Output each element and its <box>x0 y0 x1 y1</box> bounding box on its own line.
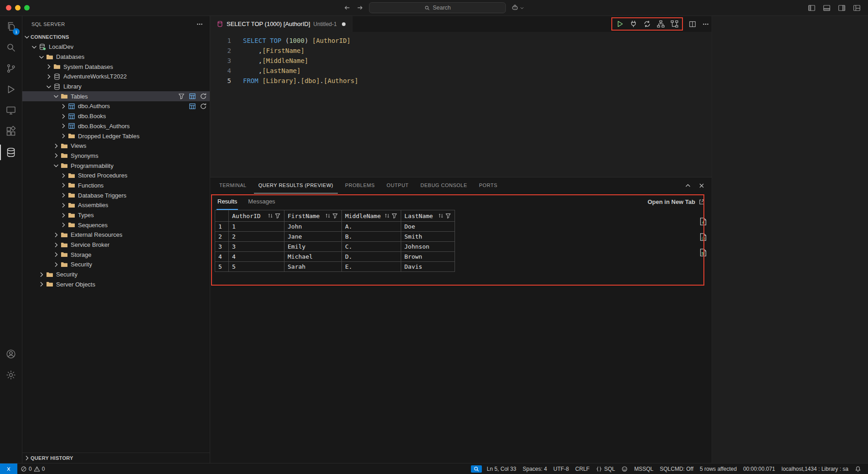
tree-item-databases[interactable]: Databases <box>22 52 210 62</box>
panel-tab-problems[interactable]: PROBLEMS <box>341 177 379 193</box>
activity-item-source-control[interactable] <box>0 58 22 79</box>
activity-item-sql-server[interactable] <box>0 142 22 163</box>
grid-cell[interactable]: 3 <box>229 242 284 252</box>
toggle-primary-sidebar-icon[interactable] <box>808 4 816 12</box>
tree-item-assemblies[interactable]: Assemblies <box>22 200 210 210</box>
query-history-section-header[interactable]: QUERY HISTORY <box>22 453 210 463</box>
language-mode[interactable]: SQL <box>593 466 618 472</box>
tree-item-adventureworkslt2022[interactable]: AdventureWorksLT2022 <box>22 72 210 82</box>
row-number[interactable]: 4 <box>215 252 229 262</box>
mssql-provider[interactable]: MSSQL <box>631 466 656 472</box>
connect-button[interactable] <box>630 20 637 28</box>
table-action-icon[interactable] <box>189 103 196 110</box>
grid-cell[interactable]: John <box>284 222 342 232</box>
tree-item-views[interactable]: Views <box>22 141 210 151</box>
filter-action-icon[interactable] <box>178 93 185 100</box>
tree-item-dbo-books-authors[interactable]: dbo.Books_Authors <box>22 121 210 131</box>
forward-icon[interactable] <box>356 4 364 11</box>
back-icon[interactable] <box>344 4 351 11</box>
grid-cell[interactable]: A. <box>342 222 401 232</box>
actual-plan-button[interactable] <box>671 20 678 28</box>
tree-item-dbo-authors[interactable]: dbo.Authors <box>22 101 210 111</box>
modified-indicator[interactable] <box>342 22 346 26</box>
refresh-action-icon[interactable] <box>200 103 207 110</box>
grid-cell[interactable]: 2 <box>229 232 284 242</box>
sqlcmd-mode[interactable]: SQLCMD: Off <box>656 466 697 472</box>
eol[interactable]: CRLF <box>572 466 593 472</box>
table-action-icon[interactable] <box>189 93 196 100</box>
grid-cell[interactable]: 1 <box>229 222 284 232</box>
tree-item-sequences[interactable]: Sequences <box>22 220 210 230</box>
toggle-panel-icon[interactable] <box>823 4 831 12</box>
grid-cell[interactable]: C. <box>342 242 401 252</box>
tree-item-stored-procedures[interactable]: Stored Procedures <box>22 171 210 181</box>
editor-tab[interactable]: SELECT TOP (1000) [AuthorID] Untitled-1 <box>210 16 352 32</box>
panel-tab-ports[interactable]: PORTS <box>475 177 502 193</box>
refresh-action-icon[interactable] <box>200 93 207 100</box>
connection-info[interactable]: localhost,1434 : Library : sa <box>778 466 852 472</box>
grid-cell[interactable]: Jane <box>284 232 342 242</box>
panel-tab-output[interactable]: OUTPUT <box>382 177 413 193</box>
estimated-plan-button[interactable] <box>657 20 665 28</box>
activity-item-remote-explorer[interactable] <box>0 100 22 121</box>
copilot-menu[interactable] <box>512 4 525 11</box>
grid-cell[interactable]: 4 <box>229 252 284 262</box>
search-input[interactable]: Search <box>369 2 506 13</box>
activity-item-search[interactable] <box>0 37 22 58</box>
tree-item-server-objects[interactable]: Server Objects <box>22 280 210 290</box>
tree-item-dbo-books[interactable]: dbo.Books <box>22 111 210 121</box>
maximize-window-button[interactable] <box>24 5 30 10</box>
cursor-position[interactable]: Ln 5, Col 33 <box>484 466 520 472</box>
column-header-firstname[interactable]: FirstName <box>284 210 342 222</box>
grid-cell[interactable]: Johnson <box>401 242 455 252</box>
row-number[interactable]: 2 <box>215 232 229 242</box>
tree-item-external-resources[interactable]: External Resources <box>22 230 210 240</box>
activity-item-explorer[interactable]: 1 <box>0 16 22 37</box>
panel-tab-query-results-preview[interactable]: QUERY RESULTS (PREVIEW) <box>254 177 338 193</box>
problems-indicator[interactable]: 0 0 <box>17 464 48 474</box>
query-time[interactable]: 00:00:00.071 <box>740 466 778 472</box>
editor-more-actions-icon[interactable] <box>702 21 709 28</box>
save-as-excel-button[interactable] <box>699 248 708 257</box>
tree-item-library[interactable]: Library <box>22 82 210 92</box>
tree-item-security[interactable]: Security <box>22 270 210 280</box>
grid-cell[interactable]: B. <box>342 232 401 242</box>
grid-cell[interactable]: Doe <box>401 222 455 232</box>
grid-cell[interactable]: Michael <box>284 252 342 262</box>
remote-indicator[interactable] <box>0 464 17 474</box>
tree-item-dropped-ledger-tables[interactable]: Dropped Ledger Tables <box>22 131 210 141</box>
change-connection-button[interactable] <box>643 20 651 28</box>
column-header-middlename[interactable]: MiddleName <box>342 210 401 222</box>
results-tab-results[interactable]: Results <box>217 193 238 210</box>
split-editor-icon[interactable] <box>689 21 696 28</box>
tree-item-programmability[interactable]: Programmability <box>22 161 210 171</box>
row-number[interactable]: 3 <box>215 242 229 252</box>
grid-cell[interactable]: Brown <box>401 252 455 262</box>
tree-item-localdev[interactable]: LocalDev <box>22 42 210 52</box>
grid-cell[interactable]: Emily <box>284 242 342 252</box>
maximize-panel-icon[interactable] <box>684 182 692 189</box>
indentation[interactable]: Spaces: 4 <box>519 466 550 472</box>
tree-item-security[interactable]: Security <box>22 260 210 270</box>
grid-cell[interactable]: Smith <box>401 232 455 242</box>
close-window-button[interactable] <box>6 5 11 10</box>
zoom-indicator[interactable] <box>471 465 482 473</box>
tree-item-tables[interactable]: Tables <box>22 91 210 101</box>
tree-item-functions[interactable]: Functions <box>22 181 210 191</box>
grid-cell[interactable]: Davis <box>401 262 455 272</box>
close-panel-icon[interactable] <box>698 182 705 189</box>
open-in-new-tab-button[interactable]: Open in New Tab <box>648 198 706 205</box>
tree-item-synonyms[interactable]: Synonyms <box>22 151 210 161</box>
code-editor[interactable]: 1SELECT TOP (1000) [AuthorID]2 ,[FirstNa… <box>210 32 712 177</box>
column-header-lastname[interactable]: LastName <box>401 210 455 222</box>
encoding[interactable]: UTF-8 <box>550 466 572 472</box>
feedback[interactable] <box>618 466 631 472</box>
save-as-csv-button[interactable] <box>699 217 708 226</box>
sidebar-more-actions-icon[interactable] <box>196 21 203 28</box>
row-number[interactable]: 5 <box>215 262 229 272</box>
run-query-button[interactable] <box>616 20 624 28</box>
rows-affected[interactable]: 5 rows affected <box>697 466 740 472</box>
activity-item-settings[interactable] <box>0 365 22 385</box>
activity-item-extensions[interactable] <box>0 121 22 142</box>
panel-tab-terminal[interactable]: TERMINAL <box>215 177 251 193</box>
